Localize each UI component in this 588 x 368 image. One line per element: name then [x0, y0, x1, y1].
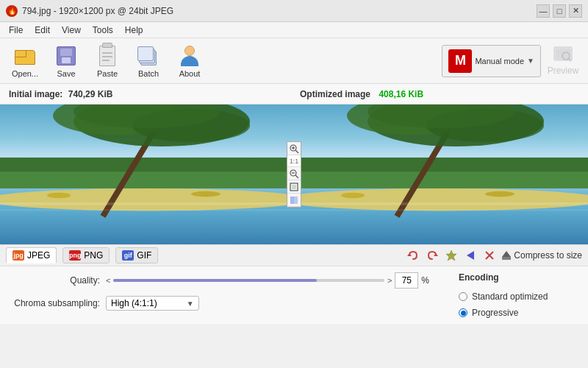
prev-icon[interactable]: [462, 247, 478, 263]
initial-size: 740,29 KiB: [68, 89, 113, 99]
svg-marker-45: [446, 250, 456, 261]
quality-decrease-button[interactable]: <: [106, 276, 110, 285]
window-controls: — □ ✕: [537, 4, 582, 18]
svg-rect-8: [0, 158, 294, 171]
manual-mode-icon: M: [448, 49, 472, 73]
chroma-dropdown-icon: ▼: [187, 300, 194, 308]
quality-row: Quality: < > 75 %: [12, 272, 429, 289]
jpeg-icon: jpg: [12, 250, 24, 261]
svg-rect-27: [290, 197, 294, 204]
optimized-label: Optimized image: [300, 89, 370, 99]
save-button[interactable]: Save: [47, 41, 85, 81]
gif-icon: gif: [122, 250, 134, 261]
open-button[interactable]: Open...: [6, 41, 44, 81]
quality-slider-container: < > 75 %: [106, 272, 429, 289]
chroma-label: Chroma subsampling:: [12, 298, 100, 308]
jpeg-label: JPEG: [27, 250, 50, 261]
menu-view[interactable]: View: [56, 24, 87, 37]
zoom-in-button[interactable]: [287, 142, 301, 155]
png-label: PNG: [84, 250, 103, 261]
chroma-row: Chroma subsampling: High (4:1:1) ▼: [12, 296, 429, 311]
svg-marker-46: [467, 251, 474, 260]
svg-rect-49: [502, 257, 511, 260]
minimize-button[interactable]: —: [537, 4, 550, 18]
close-button[interactable]: ✕: [569, 4, 582, 18]
tab-gif[interactable]: gif GIF: [115, 247, 158, 263]
progressive-label: Progressive: [472, 308, 518, 318]
fit-button[interactable]: [287, 180, 301, 194]
svg-rect-14: [0, 202, 294, 205]
encoding-section: Encoding Standard optimized Progressive: [459, 272, 576, 318]
paste-button[interactable]: Paste: [88, 41, 126, 81]
svg-rect-15: [0, 210, 294, 211]
initial-image-panel: [0, 105, 294, 244]
tab-jpeg[interactable]: jpg JPEG: [6, 247, 57, 263]
png-icon: png: [69, 250, 81, 261]
svg-rect-26: [292, 185, 296, 189]
quality-percent: %: [421, 275, 429, 286]
quality-increase-button[interactable]: >: [387, 276, 392, 285]
zoom-controls: 1:1: [284, 105, 304, 244]
about-button[interactable]: About: [171, 41, 209, 81]
initial-image-header: Initial image: 740,29 KiB: [9, 89, 288, 99]
progressive-radio[interactable]: [459, 308, 467, 317]
preview-button[interactable]: Preview: [544, 41, 582, 81]
optimized-image: [294, 105, 588, 244]
encoding-standard-option[interactable]: Standard optimized: [459, 291, 576, 302]
svg-marker-50: [502, 251, 511, 257]
initial-image: [0, 105, 294, 244]
svg-line-19: [295, 150, 298, 153]
format-tabs-left: jpg JPEG png PNG gif GIF: [6, 247, 158, 263]
format-tabs-bar: jpg JPEG png PNG gif GIF Compress to: [0, 244, 588, 266]
optimized-image-header: Optimized image 408,16 KiB: [288, 89, 579, 99]
batch-label: Batch: [138, 69, 159, 78]
batch-button[interactable]: Batch: [129, 41, 168, 81]
chroma-select[interactable]: High (4:1:1) ▼: [106, 296, 199, 311]
about-label: About: [179, 69, 201, 78]
quality-label: Quality:: [12, 275, 100, 286]
zoom-out-button[interactable]: [287, 167, 301, 180]
encoding-title: Encoding: [459, 272, 576, 283]
optimized-size: 408,16 KiB: [379, 89, 423, 99]
settings-area: Quality: < > 75 % Chroma subsampling: Hi…: [0, 266, 588, 324]
redo-button[interactable]: [424, 247, 440, 263]
open-label: Open...: [12, 69, 38, 78]
menu-edit[interactable]: Edit: [29, 24, 56, 37]
paste-icon: [96, 44, 119, 68]
menu-bar: File Edit View Tools Help: [0, 22, 588, 38]
gif-label: GIF: [137, 250, 151, 261]
tab-png[interactable]: png PNG: [62, 247, 110, 263]
batch-icon: [137, 44, 160, 68]
svg-rect-39: [294, 202, 588, 205]
title-bar: 🔥 794.jpg - 1920×1200 px @ 24bit JPEG — …: [0, 0, 588, 22]
title-bar-left: 🔥 794.jpg - 1920×1200 px @ 24bit JPEG: [6, 5, 173, 17]
manual-mode-dropdown-icon: ▼: [527, 57, 534, 65]
manual-mode-button[interactable]: M Manual mode ▼: [442, 45, 541, 77]
compress-label: Compress to size: [514, 250, 582, 261]
save-icon: [54, 44, 78, 68]
standard-radio[interactable]: [459, 292, 467, 301]
menu-file[interactable]: File: [3, 24, 29, 37]
settings2-icon[interactable]: [443, 247, 459, 263]
svg-rect-28: [294, 197, 298, 204]
menu-help[interactable]: Help: [119, 24, 149, 37]
save-label: Save: [57, 69, 75, 78]
quality-slider[interactable]: [113, 279, 384, 282]
paste-label: Paste: [97, 69, 118, 78]
standard-label: Standard optimized: [472, 291, 548, 302]
quality-value[interactable]: 75: [395, 272, 418, 289]
close-action-icon[interactable]: [481, 247, 498, 263]
menu-tools[interactable]: Tools: [87, 24, 119, 37]
sync-button[interactable]: [287, 194, 301, 207]
svg-marker-43: [407, 253, 412, 256]
maximize-button[interactable]: □: [553, 4, 566, 18]
svg-point-6: [0, 188, 294, 210]
compress-to-size-button[interactable]: Compress to size: [501, 250, 582, 261]
preview-icon: [553, 46, 573, 64]
encoding-progressive-option[interactable]: Progressive: [459, 308, 576, 318]
undo-button[interactable]: [405, 247, 421, 263]
folder-open-icon: [13, 44, 37, 68]
svg-point-41: [341, 193, 365, 199]
radio-dot-selected: [461, 311, 466, 316]
quality-slider-fill: [113, 279, 316, 282]
